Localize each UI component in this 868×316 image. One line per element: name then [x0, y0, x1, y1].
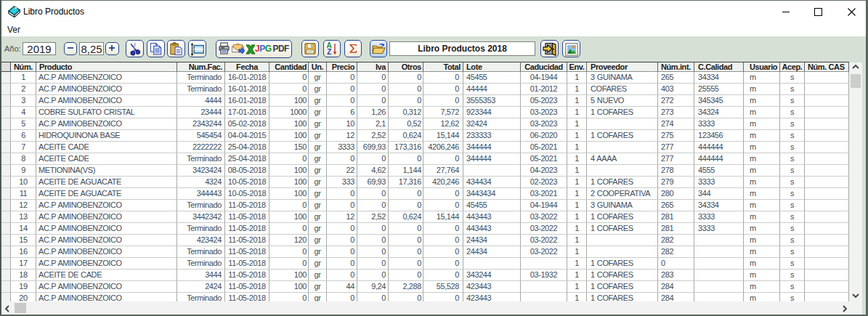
- svg-text:Z: Z: [327, 48, 331, 55]
